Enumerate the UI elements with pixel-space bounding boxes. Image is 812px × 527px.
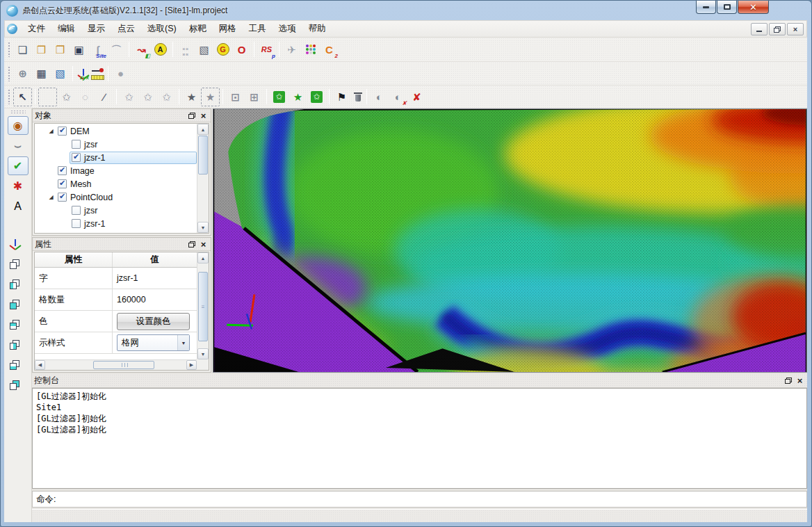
circle-o-icon[interactable]: O — [232, 40, 251, 59]
menu-10[interactable]: 帮助 — [302, 21, 332, 37]
tree-item-DEM[interactable]: ◢DEM — [35, 124, 197, 138]
rect-select-icon[interactable] — [38, 88, 57, 106]
console-float-button[interactable] — [783, 376, 793, 386]
tree-item-label[interactable]: jzsr — [84, 140, 97, 149]
flight-lines-icon[interactable]: ✈ — [282, 40, 301, 59]
objects-panel-header[interactable]: 对象 × — [33, 109, 211, 122]
rsp-icon[interactable]: RSp — [257, 40, 276, 59]
checkbox[interactable] — [72, 219, 81, 228]
scroll-down-arrow[interactable]: ▼ — [197, 348, 209, 359]
menu-6[interactable]: 标靶 — [183, 21, 213, 37]
tree-item-label[interactable]: jzsr — [84, 206, 97, 216]
visibility-eye-icon[interactable]: ◉ — [8, 116, 29, 135]
tree-item-PointCloud[interactable]: ◢PointCloud — [35, 190, 197, 204]
scrollbar-thumb[interactable] — [198, 136, 208, 175]
lasso-select-icon[interactable]: ◌ — [76, 88, 95, 106]
side-toolbar-grip[interactable] — [10, 110, 26, 113]
view-cube-bottom-icon[interactable] — [8, 358, 29, 377]
tree-scrollbar[interactable]: ▲ ▼ — [197, 124, 209, 233]
site-tool-icon[interactable]: ʃSite — [88, 40, 107, 59]
view-cube-left-icon[interactable] — [8, 277, 29, 296]
zoom-window-icon[interactable] — [8, 217, 29, 236]
view-cube-right-icon[interactable] — [8, 338, 29, 357]
checkbox[interactable] — [58, 193, 67, 202]
tree-item-Mesh[interactable]: Mesh — [35, 177, 197, 190]
green-star-icon[interactable]: ★ — [289, 88, 307, 106]
command-input-bar[interactable]: 命令: — [32, 491, 807, 508]
tree-item-jzsr[interactable]: jzsr — [35, 138, 197, 151]
green-box-star-icon[interactable]: ✩ — [270, 88, 289, 106]
menu-8[interactable]: 工具 — [243, 21, 273, 37]
tree-item-label[interactable]: jzsr-1 — [84, 153, 106, 163]
select-cursor-icon[interactable]: ↖ — [13, 88, 32, 106]
scroll-down-arrow[interactable]: ▼ — [197, 222, 209, 233]
checkbox[interactable] — [72, 206, 81, 215]
scroll-up-arrow[interactable]: ▲ — [197, 124, 209, 135]
confirm-check-icon[interactable]: ✔ — [8, 156, 29, 175]
tree-item-label[interactable]: jzsr-1 — [84, 219, 106, 229]
objects-close-button[interactable]: × — [198, 111, 209, 120]
minimize-button[interactable] — [696, 1, 716, 14]
classify-c-icon[interactable]: C2 — [320, 40, 339, 59]
scroll-left-arrow[interactable]: ◀ — [35, 360, 45, 370]
objects-float-button[interactable] — [186, 111, 197, 120]
flag-icon[interactable]: ⚑ — [332, 88, 351, 106]
axes-origin-icon[interactable] — [8, 237, 29, 256]
expander-icon[interactable]: ◢ — [47, 194, 56, 200]
tree-item-label[interactable]: DEM — [70, 127, 90, 136]
tree-item-label[interactable]: Mesh — [70, 179, 92, 189]
image-view-icon[interactable]: ▧ — [51, 64, 70, 83]
scroll-up-arrow[interactable]: ▲ — [197, 252, 209, 264]
sphere-delete-icon[interactable]: ◐✘ — [389, 88, 407, 106]
mdi-app-icon[interactable] — [7, 24, 17, 34]
star-exclude-icon[interactable]: ✩ — [157, 88, 176, 106]
chevron-down-icon[interactable]: ▼ — [177, 335, 189, 350]
properties-hscrollbar[interactable]: ◀ ▶ — [35, 359, 197, 370]
view-cube-front-icon[interactable] — [8, 298, 29, 316]
open-file-icon[interactable]: ❒ — [32, 40, 51, 59]
checkbox[interactable] — [72, 140, 81, 149]
properties-close-button[interactable]: × — [198, 239, 209, 249]
mdi-minimize-button[interactable] — [751, 23, 768, 35]
curve-tool-icon[interactable]: ⌣ — [8, 136, 29, 155]
maximize-button[interactable] — [717, 1, 737, 14]
properties-scrollbar[interactable]: ▲ ≡ ▼ — [197, 252, 209, 370]
registration-icon[interactable]: ↝◧ — [132, 40, 151, 59]
tree-item-label[interactable]: Image — [70, 166, 95, 176]
property-value-text[interactable]: 160000 — [117, 295, 146, 305]
menu-7[interactable]: 网格 — [213, 21, 243, 37]
mdi-restore-button[interactable] — [769, 23, 786, 35]
delete-trash-icon[interactable] — [351, 90, 364, 103]
grid-view-icon[interactable]: ▦ — [32, 64, 51, 83]
annotation-a-icon[interactable]: A — [151, 40, 170, 59]
bounding-box-icon[interactable]: ▧ — [195, 40, 213, 59]
red-asterisk-icon[interactable]: ✱ — [8, 177, 29, 195]
mdi-close-button[interactable]: × — [787, 23, 804, 35]
color-grid-icon[interactable] — [301, 40, 320, 59]
checkbox[interactable] — [58, 127, 67, 136]
tree-item-jzsr-1[interactable]: jzsr-1 — [35, 217, 197, 230]
measure-ruler-icon[interactable] — [90, 67, 105, 81]
toolbar-grip[interactable] — [8, 66, 11, 81]
tree-item-Image[interactable]: Image — [35, 164, 197, 177]
pointcloud-dim-icon[interactable]: ⣒ — [176, 40, 195, 59]
new-file-icon[interactable]: ❏ — [13, 40, 32, 59]
tree-item-jzsr-1[interactable]: jzsr-1 — [35, 151, 197, 164]
close-button[interactable]: ✕ — [738, 1, 769, 14]
menu-3[interactable]: 显示 — [81, 21, 111, 37]
open-project-icon[interactable]: ❐ — [51, 40, 70, 59]
properties-panel-header[interactable]: 属性 × — [33, 238, 211, 251]
checkbox[interactable] — [58, 166, 67, 175]
zoom-all-icon[interactable]: A — [8, 197, 29, 216]
sphere-shaded-icon[interactable]: ◐ — [370, 88, 389, 106]
star-subtract-icon[interactable]: ✩ — [120, 88, 138, 106]
property-value-text[interactable]: jzsr-1 — [117, 273, 138, 283]
star-box-icon[interactable]: ★ — [201, 88, 220, 106]
object-tree[interactable]: ◢DEMjzsrjzsr-1ImageMesh◢PointCloudjzsrjz… — [34, 123, 209, 234]
viewport-3d[interactable] — [213, 108, 807, 373]
tree-item-label[interactable]: PointCloud — [70, 193, 113, 202]
menu-5[interactable]: 选取(S) — [141, 21, 183, 37]
box-fence-alt-icon[interactable]: ⊞ — [245, 88, 263, 106]
save-icon[interactable]: ▣ — [70, 40, 88, 59]
set-color-button[interactable]: 设置颜色 — [117, 313, 190, 330]
